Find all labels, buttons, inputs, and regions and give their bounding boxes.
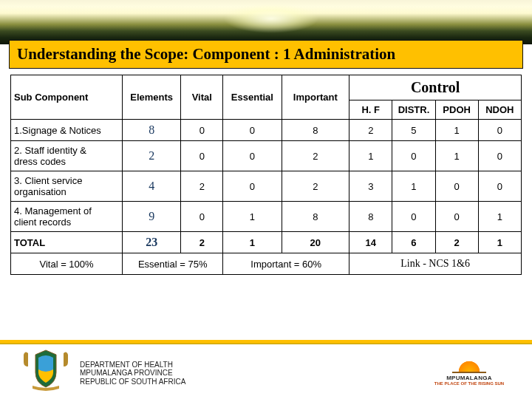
cell-ess: 1: [223, 232, 282, 253]
province-name: MPUMALANGA: [421, 375, 517, 381]
th-ndoh: NDOH: [478, 100, 521, 120]
cell-name: 2. Staff identity & dress codes: [11, 141, 123, 171]
table-row: 1.Signage & Notices 8 0 0 8 2 5 1 0: [11, 120, 522, 141]
province-logo: MPUMALANGA THE PLACE OF THE RISING SUN: [421, 352, 517, 393]
cell-vital: 2: [181, 232, 223, 253]
table-row: 4. Management of client records 9 0 1 8 …: [11, 202, 522, 232]
cell-ess: 1: [223, 202, 282, 232]
page-title: Understanding the Scope: Component : 1 A…: [9, 40, 523, 69]
cell-pdoh: 0: [435, 171, 478, 202]
table-row: 3. Client service organisation 4 2 0 2 3…: [11, 171, 522, 202]
cell-imp: 8: [282, 202, 349, 232]
cell-distr: 0: [392, 141, 435, 171]
table-row: 2. Staff identity & dress codes 2 0 0 2 …: [11, 141, 522, 171]
th-hf: H. F: [349, 100, 392, 120]
footer-ess: Essential = 75%: [123, 253, 223, 275]
coat-of-arms-icon: [21, 347, 71, 392]
gold-stripe: [0, 340, 532, 344]
cell-pdoh: 1: [435, 141, 478, 171]
cell-imp: 2: [282, 141, 349, 171]
cell-distr: 6: [392, 232, 435, 253]
dept-line2: MPUMALANGA PROVINCE: [80, 369, 185, 378]
cell-distr: 0: [392, 202, 435, 232]
th-control: Control: [349, 75, 522, 100]
cell-ndoh: 0: [478, 141, 521, 171]
sun-glow: [223, 4, 319, 33]
cell-name: 1.Signage & Notices: [11, 120, 123, 141]
cell-hf: 8: [349, 202, 392, 232]
cell-ndoh: 0: [478, 120, 521, 141]
th-imp: Important: [282, 75, 349, 120]
dept-line3: REPUBLIC OF SOUTH AFRICA: [80, 378, 185, 386]
table-body: 1.Signage & Notices 8 0 0 8 2 5 1 0 2. S…: [11, 120, 522, 275]
cell-ess: 0: [223, 171, 282, 202]
cell-elem: 9: [123, 202, 181, 232]
cell-distr: 5: [392, 120, 435, 141]
cell-vital: 2: [181, 171, 223, 202]
cell-ndoh: 1: [478, 232, 521, 253]
cell-name: 4. Management of client records: [11, 202, 123, 232]
cell-pdoh: 0: [435, 202, 478, 232]
cell-vital: 0: [181, 202, 223, 232]
cell-ndoh: 0: [478, 171, 521, 202]
rising-sun-icon: [452, 352, 486, 373]
scope-table-wrap: Sub Component Elements Vital Essential I…: [10, 75, 522, 275]
cell-hf: 2: [349, 120, 392, 141]
cell-elem: 4: [123, 171, 181, 202]
cell-ndoh: 1: [478, 202, 521, 232]
cell-elem: 8: [123, 120, 181, 141]
th-pdoh: PDOH: [435, 100, 478, 120]
dept-line1: DEPARTMENT OF HEALTH: [80, 361, 185, 369]
hero-banner: [0, 0, 532, 44]
cell-pdoh: 2: [435, 232, 478, 253]
cell-ess: 0: [223, 120, 282, 141]
cell-vital: 0: [181, 120, 223, 141]
footer-imp: Important = 60%: [223, 253, 349, 275]
th-elem: Elements: [123, 75, 181, 120]
cell-hf: 14: [349, 232, 392, 253]
cell-elem: 23: [123, 232, 181, 253]
table-footer-row: Vital = 100% Essential = 75% Important =…: [11, 253, 522, 275]
th-vital: Vital: [181, 75, 223, 120]
th-ess: Essential: [223, 75, 282, 120]
cell-elem: 2: [123, 141, 181, 171]
scope-table: Sub Component Elements Vital Essential I…: [10, 75, 522, 275]
table-row-total: TOTAL 23 2 1 20 14 6 2 1: [11, 232, 522, 253]
cell-hf: 1: [349, 141, 392, 171]
cell-imp: 8: [282, 120, 349, 141]
cell-imp: 20: [282, 232, 349, 253]
cell-distr: 1: [392, 171, 435, 202]
cell-name: TOTAL: [11, 232, 123, 253]
th-sub: Sub Component: [11, 75, 123, 120]
province-tagline: THE PLACE OF THE RISING SUN: [421, 381, 517, 386]
th-distr: DISTR.: [392, 100, 435, 120]
footer-vital: Vital = 100%: [11, 253, 123, 275]
cell-ess: 0: [223, 141, 282, 171]
cell-vital: 0: [181, 141, 223, 171]
cell-imp: 2: [282, 171, 349, 202]
footer-link: Link - NCS 1&6: [349, 253, 522, 275]
cell-hf: 3: [349, 171, 392, 202]
department-text: DEPARTMENT OF HEALTH MPUMALANGA PROVINCE…: [80, 361, 185, 386]
cell-name: 3. Client service organisation: [11, 171, 123, 202]
cell-pdoh: 1: [435, 120, 478, 141]
